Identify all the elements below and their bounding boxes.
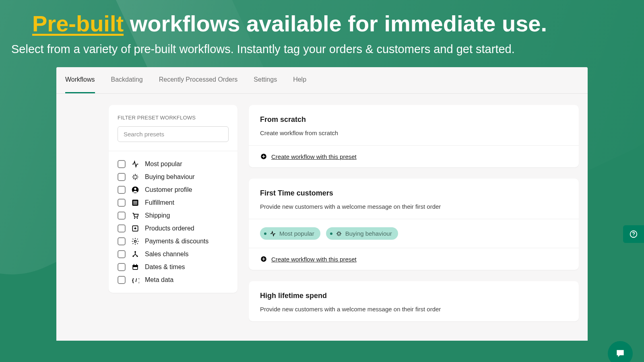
filter-label: Products ordered: [145, 225, 194, 232]
help-tab-button[interactable]: [623, 225, 644, 243]
checkbox[interactable]: [118, 173, 126, 181]
download-box-icon: [131, 224, 139, 232]
hero: Pre-built workflows available for immedi…: [0, 0, 644, 61]
plus-circle-icon: [260, 255, 267, 263]
code-icon: [131, 276, 139, 284]
tab-bar: WorkflowsBackdatingRecently Processed Or…: [56, 67, 588, 94]
filter-buying-behaviour[interactable]: Buying behaviour: [118, 173, 229, 181]
list-icon: [131, 199, 139, 207]
checkbox[interactable]: [118, 186, 126, 194]
filter-label: Shipping: [145, 212, 170, 219]
filter-sidebar-title: FILTER PRESET WORKFLOWS: [118, 115, 229, 121]
checkbox[interactable]: [118, 160, 126, 168]
filter-label: Meta data: [145, 276, 173, 284]
filter-products-ordered[interactable]: Products ordered: [118, 224, 229, 232]
filter-payments-discounts[interactable]: Payments & discounts: [118, 237, 229, 245]
card-title: First Time customers: [260, 189, 568, 197]
app-panel: WorkflowsBackdatingRecently Processed Or…: [56, 67, 588, 341]
filter-list: Most popularBuying behaviourCustomer pro…: [118, 160, 229, 284]
tag-dot: [264, 232, 266, 235]
tag-dot: [330, 232, 332, 235]
hero-title: Pre-built workflows available for immedi…: [32, 11, 612, 36]
hero-highlight: Pre-built: [32, 11, 124, 36]
channels-icon: [131, 250, 139, 258]
divider: [109, 151, 237, 151]
checkbox[interactable]: [118, 250, 126, 258]
filter-meta-data[interactable]: Meta data: [118, 276, 229, 284]
gear-icon: [131, 237, 139, 245]
filter-customer-profile[interactable]: Customer profile: [118, 186, 229, 194]
hero-rest: workflows available for immediate use.: [124, 11, 547, 36]
filter-most-popular[interactable]: Most popular: [118, 160, 229, 168]
create-workflow-link[interactable]: Create workflow with this preset: [271, 153, 357, 160]
preset-card: First Time customersProvide new customer…: [249, 179, 579, 270]
tag-buying-behaviour: Buying behaviour: [326, 227, 398, 240]
activity-icon: [131, 160, 139, 168]
sparkle-icon: [336, 230, 342, 237]
checkbox[interactable]: [118, 224, 126, 232]
create-workflow-link[interactable]: Create workflow with this preset: [271, 256, 357, 263]
tab-help[interactable]: Help: [293, 67, 306, 93]
preset-cards: From scratchCreate workflow from scratch…: [249, 105, 579, 321]
chat-icon: [615, 348, 625, 359]
filter-label: Customer profile: [145, 186, 192, 193]
filter-label: Payments & discounts: [145, 238, 208, 245]
tab-workflows[interactable]: Workflows: [65, 67, 95, 93]
help-icon: [629, 230, 638, 239]
card-title: From scratch: [260, 115, 568, 124]
preset-card: High lifetime spendProvide new customers…: [249, 281, 579, 321]
sparkle-icon: [131, 173, 139, 181]
tag-label: Buying behaviour: [345, 230, 392, 237]
checkbox[interactable]: [118, 276, 126, 284]
filter-label: Buying behaviour: [145, 173, 195, 181]
plus-circle-icon: [260, 153, 267, 160]
cart-icon: [131, 212, 139, 220]
card-description: Create workflow from scratch: [260, 130, 568, 136]
filter-label: Dates & times: [145, 263, 185, 271]
content: FILTER PRESET WORKFLOWS Most popularBuyi…: [56, 94, 588, 321]
filter-shipping[interactable]: Shipping: [118, 212, 229, 220]
svg-point-1: [633, 236, 634, 236]
filter-label: Fulfillment: [145, 199, 174, 206]
checkbox[interactable]: [118, 199, 126, 207]
filter-sales-channels[interactable]: Sales channels: [118, 250, 229, 258]
filter-fulfillment[interactable]: Fulfillment: [118, 199, 229, 207]
checkbox[interactable]: [118, 237, 126, 245]
filter-sidebar: FILTER PRESET WORKFLOWS Most popularBuyi…: [109, 105, 237, 293]
checkbox[interactable]: [118, 212, 126, 220]
hero-subtitle: Select from a variety of pre-built workf…: [11, 42, 612, 57]
tab-backdating[interactable]: Backdating: [111, 67, 143, 93]
card-title: High lifetime spend: [260, 292, 568, 300]
card-description: Provide new customers with a welcome mes…: [260, 203, 568, 210]
preset-card: From scratchCreate workflow from scratch…: [249, 105, 579, 167]
tab-recently-processed-orders[interactable]: Recently Processed Orders: [159, 67, 238, 93]
checkbox[interactable]: [118, 263, 126, 271]
calendar-icon: [131, 263, 139, 271]
card-description: Provide new customers with a welcome mes…: [260, 306, 568, 313]
filter-dates-times[interactable]: Dates & times: [118, 263, 229, 271]
activity-icon: [270, 230, 276, 237]
tab-settings[interactable]: Settings: [254, 67, 277, 93]
search-input[interactable]: [118, 126, 229, 142]
tag-label: Most popular: [279, 230, 314, 237]
tag-most-popular: Most popular: [260, 227, 320, 240]
filter-label: Most popular: [145, 160, 182, 168]
card-tags: Most popularBuying behaviour: [249, 219, 579, 248]
filter-label: Sales channels: [145, 251, 189, 258]
user-icon: [131, 186, 139, 194]
